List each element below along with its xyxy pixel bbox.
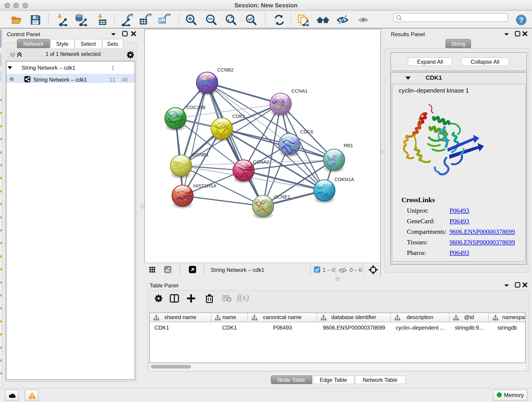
svg-text:CCNB1: CCNB1 (192, 152, 209, 157)
svg-text:RB1: RB1 (344, 143, 353, 148)
svg-text:CCNE1: CCNE1 (274, 194, 290, 199)
svg-text:CCNA2: CCNA2 (253, 159, 269, 164)
svg-text:CCNA1: CCNA1 (291, 88, 308, 93)
svg-text:CDKN1A: CDKN1A (335, 177, 354, 182)
svg-text:HIST1H1A: HIST1H1A (193, 183, 216, 188)
svg-text:CDK1: CDK1 (232, 113, 245, 119)
svg-text:CDC6: CDC6 (300, 129, 313, 134)
svg-text:CCNB2: CCNB2 (217, 67, 234, 72)
svg-text:CDC25B: CDC25B (186, 104, 206, 110)
svg-text:?: ? (519, 16, 524, 24)
